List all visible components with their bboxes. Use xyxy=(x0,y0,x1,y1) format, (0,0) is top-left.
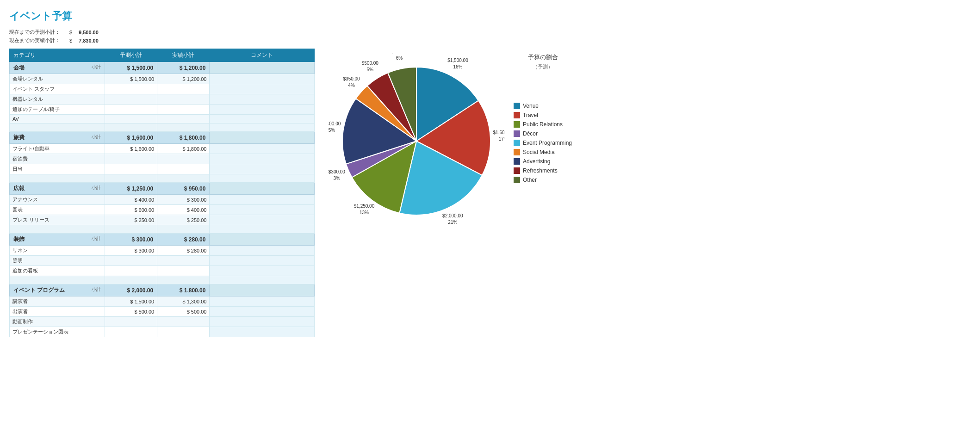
row-label: 宿泊費 xyxy=(10,154,105,164)
pie-label-percent: 21% xyxy=(448,220,457,225)
row-actual: $ 280.00 xyxy=(157,246,210,256)
chart-title: 予算の割合 xyxy=(514,53,572,62)
row-comment xyxy=(210,144,315,154)
row-comment xyxy=(210,327,315,337)
row-forecast: $ 250.00 xyxy=(105,215,157,225)
legend-item: Other xyxy=(514,177,572,183)
row-comment xyxy=(210,74,315,84)
row-forecast: $ 1,500.00 xyxy=(105,74,157,84)
legend-color xyxy=(514,149,520,155)
pie-label-value: $600.00 xyxy=(391,53,408,54)
row-comment xyxy=(210,266,315,276)
category-row: 旅費 小計 $ 1,600.00 $ 1,800.00 xyxy=(10,132,315,144)
category-row: 会場 小計 $ 1,500.00 $ 1,200.00 xyxy=(10,62,315,74)
pie-label-value: $300.00 xyxy=(329,169,345,174)
table-row: 日当 xyxy=(10,164,315,174)
page-title: イベント予算 xyxy=(9,9,971,23)
legend-color xyxy=(514,103,520,109)
col-forecast: 予測小計 xyxy=(105,49,157,62)
row-label: 会場レンタル xyxy=(10,74,105,84)
row-comment xyxy=(210,307,315,317)
actual-dollar: $ xyxy=(69,38,79,43)
row-label: 講演者 xyxy=(10,296,105,307)
row-actual: $ 400.00 xyxy=(157,205,210,215)
comment-cell xyxy=(210,284,315,296)
table-row: プレス リリース $ 250.00 $ 250.00 xyxy=(10,215,315,225)
category-name: 広報 xyxy=(13,185,25,192)
pie-label-value: $1,500.00 xyxy=(447,58,468,63)
subtotal-label: 小計 xyxy=(92,286,101,294)
row-forecast xyxy=(105,115,157,123)
subtotal-actual: $ 280.00 xyxy=(157,234,210,246)
chart-legend-wrapper: 予算の割合 （予測） Venue Travel Public Relations… xyxy=(514,53,572,183)
row-comment xyxy=(210,154,315,164)
row-actual xyxy=(157,105,210,115)
subtotal-actual: $ 1,200.00 xyxy=(157,62,210,74)
legend-item: Advertising xyxy=(514,158,572,165)
table-row: 講演者 $ 1,500.00 $ 1,300.00 xyxy=(10,296,315,307)
row-actual: $ 1,800.00 xyxy=(157,144,210,154)
legend-label: Social Media xyxy=(523,149,555,155)
table-row: 照明 xyxy=(10,256,315,266)
table-row: プレゼンテーション図表 xyxy=(10,327,315,337)
row-actual xyxy=(157,154,210,164)
row-comment xyxy=(210,215,315,225)
category-name: 旅費 xyxy=(13,134,25,142)
table-row: リネン $ 300.00 $ 280.00 xyxy=(10,246,315,256)
row-label: フライト/自動車 xyxy=(10,144,105,154)
pie-label-value: $1,250.00 xyxy=(354,204,375,209)
category-row: 装飾 小計 $ 300.00 $ 280.00 xyxy=(10,234,315,246)
row-forecast xyxy=(105,105,157,115)
row-comment xyxy=(210,205,315,215)
summary-section: 現在までの予測小計： $ 9,500.00 現在までの実績小計： $ 7,830… xyxy=(9,29,971,44)
category-row: 広報 小計 $ 1,250.00 $ 950.00 xyxy=(10,183,315,195)
comment-cell xyxy=(210,132,315,144)
legend-label: Public Relations xyxy=(523,121,563,128)
row-label: 動画制作 xyxy=(10,317,105,327)
subtotal-forecast: $ 1,500.00 xyxy=(105,62,157,74)
row-forecast: $ 500.00 xyxy=(105,307,157,317)
row-label: 追加の看板 xyxy=(10,266,105,276)
row-actual xyxy=(157,266,210,276)
col-category: カテゴリ xyxy=(10,49,105,62)
row-actual: $ 250.00 xyxy=(157,215,210,225)
table-row: 追加の看板 xyxy=(10,266,315,276)
row-actual xyxy=(157,164,210,174)
table-row: 宿泊費 xyxy=(10,154,315,164)
chart-subtitle: （予測） xyxy=(514,63,572,70)
row-label: プレス リリース xyxy=(10,215,105,225)
table-row: 機器レンタル xyxy=(10,94,315,105)
row-label: AV xyxy=(10,115,105,123)
row-forecast xyxy=(105,164,157,174)
budget-table: カテゴリ 予測小計 実績小計 コメント 会場 小計 $ 1,500.00 $ 1… xyxy=(9,49,315,337)
category-name: 装飾 xyxy=(13,235,25,243)
legend-color xyxy=(514,140,520,146)
legend-item: Social Media xyxy=(514,149,572,155)
pie-label-percent: 3% xyxy=(334,176,341,181)
legend-label: Venue xyxy=(523,103,539,109)
pie-chart: $1,500.0016%$1,600.0017%$2,000.0021%$1,2… xyxy=(329,53,504,229)
table-row: イベント スタッフ xyxy=(10,84,315,94)
row-forecast: $ 600.00 xyxy=(105,205,157,215)
subtotal-label: 小計 xyxy=(92,185,101,192)
comment-cell xyxy=(210,183,315,195)
legend-item: Refreshments xyxy=(514,167,572,174)
row-label: リネン xyxy=(10,246,105,256)
col-comment: コメント xyxy=(210,49,315,62)
table-row: アナウンス $ 400.00 $ 300.00 xyxy=(10,195,315,205)
comment-cell xyxy=(210,62,315,74)
row-label: 照明 xyxy=(10,256,105,266)
subtotal-label: 小計 xyxy=(92,134,101,142)
row-comment xyxy=(210,195,315,205)
pie-label-value: $1,600.00 xyxy=(493,130,504,135)
row-forecast: $ 300.00 xyxy=(105,246,157,256)
row-forecast xyxy=(105,327,157,337)
table-row: 会場レンタル $ 1,500.00 $ 1,200.00 xyxy=(10,74,315,84)
legend-label: Refreshments xyxy=(523,167,558,174)
subtotal-label: 小計 xyxy=(92,64,101,72)
category-name: 会場 xyxy=(13,64,25,72)
row-comment xyxy=(210,296,315,307)
table-header: カテゴリ 予測小計 実績小計 コメント xyxy=(10,49,315,62)
row-label: 出演者 xyxy=(10,307,105,317)
forecast-label: 現在までの予測小計： xyxy=(9,29,69,36)
